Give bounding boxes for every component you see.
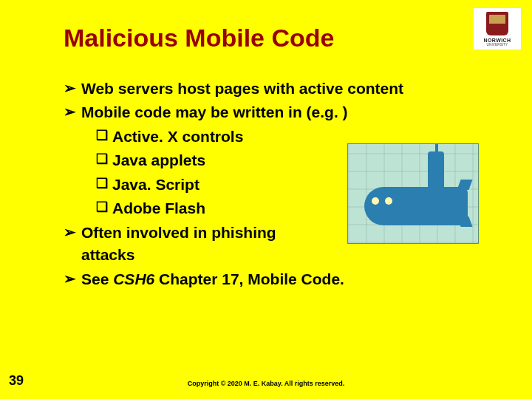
logo-name: NORWICH [484,38,511,43]
square-bullet-icon: ❑ [96,126,112,148]
ref-post: Chapter 17, Mobile Code. [154,270,344,287]
square-bullet-icon: ❑ [96,149,112,171]
crest-icon [486,12,508,35]
ref-book: CSH6 [113,270,154,287]
submarine-tower-icon [428,151,444,196]
square-bullet-icon: ❑ [96,197,112,219]
arrow-bullet-icon: ➢ [64,78,81,100]
bullet-item: ➢ Web servers host pages with active con… [64,78,448,100]
slide: NORWICH UNIVERSITY Malicious Mobile Code… [0,0,532,399]
submarine-illustration [347,143,479,244]
ref-pre: See [81,270,113,287]
porthole-icon [372,197,379,205]
bullet-text: Web servers host pages with active conte… [81,78,448,100]
bullet-text: Mobile code may be written in (e.g. ) [81,101,448,123]
bullet-text: Often involved in phishing attacks [81,222,300,267]
bullet-item: ➢ Mobile code may be written in (e.g. ) [64,101,448,123]
submarine-body-icon [364,187,468,225]
porthole-icon [385,197,392,205]
square-bullet-icon: ❑ [96,174,112,196]
bullet-item: ➢ See CSH6 Chapter 17, Mobile Code. [64,268,448,290]
slide-title: Malicious Mobile Code [64,24,488,52]
bullet-text: See CSH6 Chapter 17, Mobile Code. [81,268,448,290]
copyright-text: Copyright © 2020 M. E. Kabay. All rights… [0,380,532,387]
bullet-item: ➢ Often involved in phishing attacks [64,222,300,267]
arrow-bullet-icon: ➢ [64,101,81,123]
university-logo: NORWICH UNIVERSITY [473,7,522,50]
logo-sub: UNIVERSITY [486,43,508,47]
periscope-icon [435,144,438,154]
arrow-bullet-icon: ➢ [64,222,81,267]
arrow-bullet-icon: ➢ [64,268,81,290]
fin-icon [457,180,472,190]
